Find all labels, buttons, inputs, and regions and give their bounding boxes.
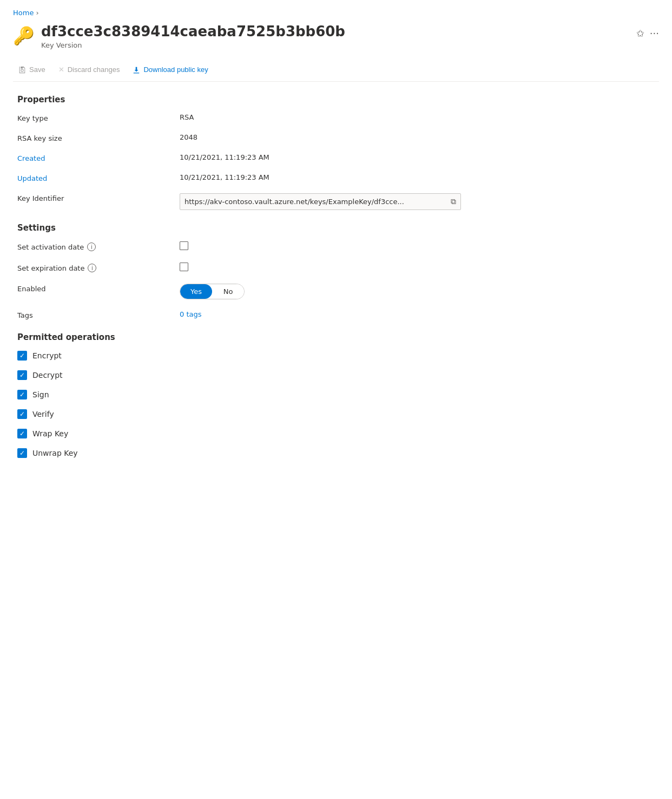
- property-label-expiration-date: Set expiration date i: [17, 263, 180, 272]
- content-area: Properties Key type RSA RSA key size 204…: [13, 95, 659, 458]
- wrap-key-label: Wrap Key: [32, 429, 68, 438]
- property-label-key-identifier: Key Identifier: [17, 193, 180, 202]
- property-value-expiration-date: [180, 263, 655, 273]
- key-icon: 🔑: [13, 25, 35, 46]
- operations-section-title: Permitted operations: [17, 332, 655, 342]
- breadcrumb: Home ›: [13, 9, 659, 17]
- property-value-rsa-key-size: 2048: [180, 133, 655, 141]
- decrypt-checkbox[interactable]: [17, 370, 27, 380]
- property-value-activation-date: [180, 241, 655, 252]
- pin-icon[interactable]: ✩: [636, 28, 644, 39]
- property-label-activation-date: Set activation date i: [17, 241, 180, 251]
- property-value-key-identifier: https://akv-contoso.vault.azure.net/keys…: [180, 193, 655, 210]
- property-row-rsa-key-size: RSA key size 2048: [17, 133, 655, 142]
- more-options-icon[interactable]: ···: [650, 28, 659, 39]
- tags-link[interactable]: 0 tags: [180, 310, 202, 318]
- page-header: 🔑 df3cce3c8389414caeaba7525b3bb60b Key V…: [13, 23, 659, 49]
- property-row-created: Created 10/21/2021, 11:19:23 AM: [17, 153, 655, 162]
- operation-row-wrap-key: Wrap Key: [17, 429, 655, 438]
- unwrap-key-checkbox[interactable]: [17, 448, 27, 458]
- operation-row-encrypt: Encrypt: [17, 351, 655, 361]
- decrypt-label: Decrypt: [32, 371, 63, 379]
- discard-icon: ✕: [58, 66, 64, 74]
- property-row-key-type: Key type RSA: [17, 113, 655, 122]
- property-value-tags: 0 tags: [180, 310, 655, 318]
- encrypt-label: Encrypt: [32, 351, 62, 360]
- property-row-expiration-date: Set expiration date i: [17, 263, 655, 273]
- property-value-updated: 10/21/2021, 11:19:23 AM: [180, 173, 655, 181]
- breadcrumb-home-link[interactable]: Home: [13, 9, 34, 17]
- property-label-rsa-key-size: RSA key size: [17, 133, 180, 142]
- property-label-created: Created: [17, 153, 180, 162]
- operation-row-unwrap-key: Unwrap Key: [17, 448, 655, 458]
- page-title: df3cce3c8389414caeaba7525b3bb60b: [41, 23, 630, 40]
- activation-date-checkbox[interactable]: [180, 241, 188, 250]
- operations-section: Permitted operations Encrypt Decrypt Sig…: [17, 332, 655, 458]
- operation-row-decrypt: Decrypt: [17, 370, 655, 380]
- enabled-toggle[interactable]: Yes No: [180, 284, 245, 299]
- property-row-updated: Updated 10/21/2021, 11:19:23 AM: [17, 173, 655, 182]
- activation-date-text: Set activation date: [17, 243, 84, 251]
- download-public-key-button[interactable]: Download public key: [127, 62, 213, 77]
- sign-checkbox[interactable]: [17, 390, 27, 400]
- operation-row-sign: Sign: [17, 390, 655, 400]
- header-actions: ✩ ···: [636, 28, 659, 39]
- discard-button[interactable]: ✕ Discard changes: [53, 62, 126, 77]
- unwrap-key-label: Unwrap Key: [32, 449, 78, 457]
- toggle-yes[interactable]: Yes: [180, 284, 212, 299]
- expiration-date-checkbox[interactable]: [180, 263, 188, 271]
- settings-section: Settings Set activation date i Set expir…: [17, 223, 655, 319]
- save-button[interactable]: Save: [13, 62, 51, 77]
- property-value-key-type: RSA: [180, 113, 655, 121]
- property-row-key-identifier: Key Identifier https://akv-contoso.vault…: [17, 193, 655, 210]
- property-row-enabled: Enabled Yes No: [17, 284, 655, 299]
- wrap-key-checkbox[interactable]: [17, 429, 27, 438]
- page-title-group: df3cce3c8389414caeaba7525b3bb60b Key Ver…: [41, 23, 630, 49]
- toolbar: Save ✕ Discard changes Download public k…: [13, 58, 659, 82]
- operation-row-verify: Verify: [17, 409, 655, 419]
- property-label-enabled: Enabled: [17, 284, 180, 293]
- property-label-key-type: Key type: [17, 113, 180, 122]
- property-label-tags: Tags: [17, 310, 180, 319]
- verify-checkbox[interactable]: [17, 409, 27, 419]
- copy-icon[interactable]: ⧉: [451, 197, 456, 206]
- save-label: Save: [29, 66, 45, 74]
- download-label: Download public key: [143, 66, 208, 74]
- save-icon: [18, 66, 26, 74]
- properties-section: Properties Key type RSA RSA key size 204…: [17, 95, 655, 210]
- sign-label: Sign: [32, 390, 49, 399]
- properties-section-title: Properties: [17, 95, 655, 104]
- page-subtitle: Key Version: [41, 41, 630, 49]
- property-label-updated: Updated: [17, 173, 180, 182]
- settings-section-title: Settings: [17, 223, 655, 233]
- encrypt-checkbox[interactable]: [17, 351, 27, 361]
- property-row-activation-date: Set activation date i: [17, 241, 655, 252]
- download-icon: [133, 66, 140, 74]
- expiration-date-text: Set expiration date: [17, 264, 84, 272]
- property-value-enabled: Yes No: [180, 284, 655, 299]
- breadcrumb-separator: ›: [36, 9, 38, 17]
- key-identifier-text: https://akv-contoso.vault.azure.net/keys…: [185, 198, 446, 206]
- key-identifier-box: https://akv-contoso.vault.azure.net/keys…: [180, 193, 461, 210]
- property-value-created: 10/21/2021, 11:19:23 AM: [180, 153, 655, 161]
- verify-label: Verify: [32, 410, 54, 418]
- toggle-no[interactable]: No: [212, 284, 244, 299]
- discard-label: Discard changes: [68, 66, 120, 74]
- property-row-tags: Tags 0 tags: [17, 310, 655, 319]
- expiration-info-icon: i: [88, 264, 96, 272]
- activation-info-icon: i: [87, 243, 96, 251]
